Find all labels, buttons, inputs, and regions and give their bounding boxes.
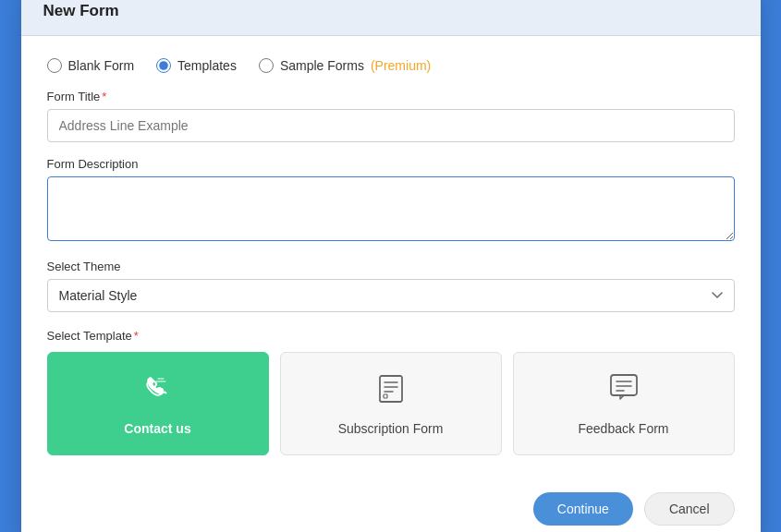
subscription-icon [374, 371, 408, 412]
template-card-feedback[interactable]: Feedback Form [513, 352, 735, 455]
modal-body: Blank Form Templates Sample Forms (Premi… [21, 36, 761, 492]
cancel-button[interactable]: Cancel [644, 492, 735, 526]
select-template-label: Select Template* [47, 329, 735, 343]
radio-templates-input[interactable] [156, 58, 171, 73]
radio-sample-input[interactable] [259, 58, 274, 73]
feedback-icon [607, 371, 641, 412]
template-contact-name: Contact us [124, 421, 190, 436]
select-template-section: Select Template* [47, 329, 735, 455]
template-cards-container: Contact us Su [47, 352, 735, 455]
form-description-group: Form Description [47, 157, 735, 245]
radio-templates-label: Templates [177, 58, 237, 73]
radio-sample-label: Sample Forms [280, 58, 364, 73]
radio-blank-form[interactable]: Blank Form [47, 58, 135, 73]
premium-badge: (Premium) [371, 58, 431, 73]
modal-title: New Form [43, 2, 738, 20]
template-feedback-name: Feedback Form [578, 421, 668, 436]
form-title-group: Form Title* [47, 90, 735, 142]
svg-rect-5 [611, 375, 637, 395]
modal-footer: Continue Cancel [21, 492, 761, 533]
form-type-radio-group: Blank Form Templates Sample Forms (Premi… [47, 58, 735, 73]
form-description-textarea[interactable] [47, 176, 735, 241]
radio-blank-label: Blank Form [68, 58, 135, 73]
select-theme-group: Select Theme Material Style [47, 260, 735, 312]
radio-blank-input[interactable] [47, 58, 62, 73]
form-description-label: Form Description [47, 157, 735, 171]
template-card-subscription[interactable]: Subscription Form [280, 352, 502, 455]
template-required-star: * [134, 329, 139, 343]
continue-button[interactable]: Continue [533, 492, 633, 526]
template-card-contact[interactable]: Contact us [47, 352, 269, 455]
modal-overlay: New Form Blank Form Templates Sample For… [0, 0, 781, 532]
radio-sample-forms[interactable]: Sample Forms (Premium) [259, 58, 431, 73]
required-star: * [102, 90, 106, 103]
theme-select[interactable]: Material Style [47, 279, 735, 312]
form-title-label: Form Title* [47, 90, 735, 103]
svg-rect-4 [384, 394, 387, 398]
phone-icon [141, 371, 175, 412]
template-subscription-name: Subscription Form [338, 421, 444, 436]
svg-rect-0 [380, 376, 402, 402]
new-form-modal: New Form Blank Form Templates Sample For… [21, 0, 761, 532]
select-theme-label: Select Theme [47, 260, 735, 273]
radio-templates[interactable]: Templates [156, 58, 237, 73]
form-title-input[interactable] [47, 109, 735, 142]
modal-header: New Form [21, 0, 761, 36]
